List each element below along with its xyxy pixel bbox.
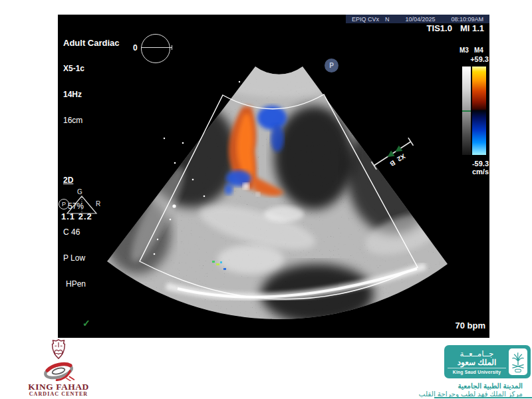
zoom-marker-label-1: X2 [396,152,407,163]
mode-2d-optimization: HPen [63,280,120,289]
exam-date: 10/04/2025 [405,16,435,23]
system-flag: N [385,16,390,23]
system-name: EPIQ CVx [352,16,379,23]
ultrasound-image[interactable]: X2 B [58,15,489,338]
ksu-emblem-icon [509,348,527,375]
ksu-logo-text: جــامــعــة الملك سعود King Saud Univers… [448,350,506,374]
physio-label-p: P [59,199,69,209]
green-arrow-icon [386,150,395,160]
orientation-zero-label: 0 [133,43,138,53]
gain-values: 1.1 2.2 [61,211,92,221]
velocity-min-label: -59.3 [461,160,489,168]
mode-2d-persistence: P Low [63,254,120,263]
kfcc-shield-icon [48,338,69,360]
frame-rate: 14Hz [63,90,120,99]
probe-position-letter: P [329,62,334,69]
exam-time: 08:10:09AM [451,16,483,23]
transducer-name: X5-1c [63,65,120,73]
ksu-logo: جــامــعــة الملك سعود King Saud Univers… [444,345,531,378]
echo-workstation-screen: { "header": { "system": "EPIQ CVx", "fla… [0,0,532,399]
kfcc-logo: KING FAHAD CARDIAC CENTER [11,338,106,397]
footer-teal-rule [434,397,532,398]
mi-value: MI 1.1 [460,23,484,33]
ksu-arabic-word2: الملك سعود [448,358,506,368]
kfcc-swirl-icon [38,361,79,381]
acoustic-output-indices: TIS1.0 MI 1.1 [427,23,484,33]
system-info-bar: EPIQ CVx N 10/04/2025 08:10:09AM [346,15,489,23]
colormap-m4: M4 [474,47,483,54]
physio-label-r: R [96,200,100,207]
kfcc-name-line1: KING FAHAD [11,382,106,391]
colormap-m3: M3 [460,47,469,54]
kfcc-name-line2: CARDIAC CENTER [11,391,106,397]
ksu-subtitle-line1: المدينة الطبية الجامعية [419,382,523,390]
imaging-parameters-panel: Adult Cardiac X5-1c 14Hz 16cm 2D 57% C 4… [63,21,120,338]
orientation-line-icon [141,47,172,48]
mode-cf-label: CF [63,337,120,338]
orientation-tick-icon [172,45,172,50]
velocity-unit-label: cm/s [461,168,489,176]
mode-2d-compression: C 46 [63,228,120,237]
preset-name: Adult Cardiac [63,39,120,47]
orientation-marker-icon [141,34,170,63]
ksu-subtitle: المدينة الطبية الجامعية مركز الملك فهد ل… [419,382,523,398]
ksu-english-name: King Saud University [448,370,506,374]
physio-p-text: P [62,201,66,207]
grayscale-green-tick [462,110,471,112]
ecg-check-icon: ✓ [82,318,90,329]
probe-position-icon[interactable]: P [325,59,338,72]
ksu-arabic-word1: جــامــعــة [448,350,506,358]
mode-2d-label: 2D [63,176,120,185]
doppler-color-bar [472,66,486,155]
sector-tissue [58,15,489,338]
zoom-marker-label-2: B [388,159,396,168]
tis-value: TIS1.0 [427,23,452,33]
green-arrow-icon [393,146,402,155]
colormap-labels: M3 M4 [460,47,483,54]
velocity-max-label: +59.3 [461,55,489,63]
depth-value: 16cm [63,116,120,125]
ultrasound-display-area: X2 B EPIQ CVx N 10/04/2025 08:10:09AM TI… [58,15,489,338]
heart-rate-value: 70 bpm [455,321,485,331]
